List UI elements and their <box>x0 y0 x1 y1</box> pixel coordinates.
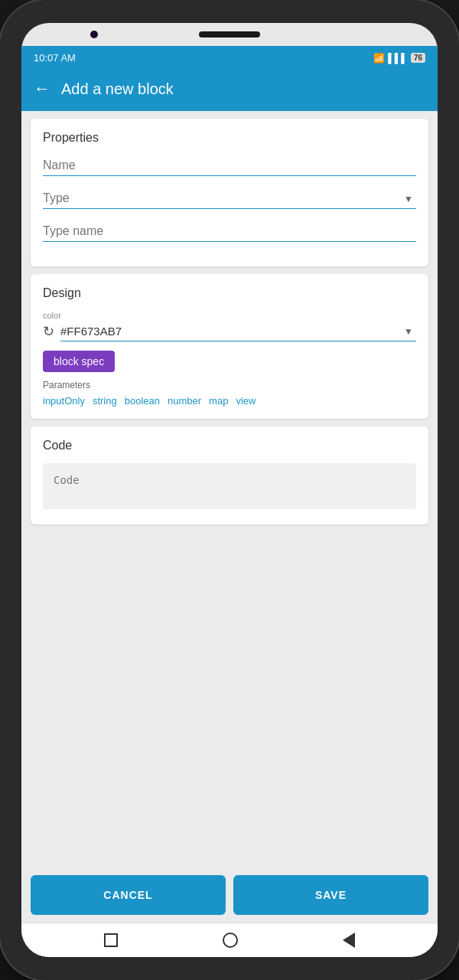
properties-card: Properties ▼ <box>31 119 428 266</box>
param-map[interactable]: map <box>209 395 228 407</box>
block-spec-badge[interactable]: block spec <box>43 351 115 372</box>
app-bar-title: Add a new block <box>61 80 174 98</box>
code-title: Code <box>43 439 416 452</box>
bottom-nav <box>21 923 438 957</box>
action-buttons: CANCEL SAVE <box>21 867 438 923</box>
save-button[interactable]: SAVE <box>233 875 428 915</box>
type-input[interactable] <box>43 188 416 209</box>
cancel-button[interactable]: CANCEL <box>31 875 226 915</box>
phone-screen: 10:07 AM 📶 ▌▌▌ 76 ← Add a new block Prop… <box>21 23 438 957</box>
phone-notch <box>21 23 438 46</box>
battery-badge: 76 <box>411 53 425 63</box>
parameters-label: Parameters <box>43 380 416 390</box>
color-label: color <box>43 311 416 320</box>
color-section: color ↻ ▼ <box>43 311 416 341</box>
type-name-input[interactable] <box>43 221 416 242</box>
refresh-icon[interactable]: ↻ <box>43 323 54 340</box>
back-button[interactable]: ← <box>34 79 50 99</box>
design-title: Design <box>43 286 416 300</box>
type-name-field-group <box>43 221 416 242</box>
status-time: 10:07 AM <box>34 52 76 64</box>
phone-frame: 10:07 AM 📶 ▌▌▌ 76 ← Add a new block Prop… <box>0 0 459 980</box>
wifi-icon: 📶 <box>373 53 385 64</box>
param-inputOnly[interactable]: inputOnly <box>43 395 85 407</box>
camera-dot <box>90 31 98 38</box>
nav-square-button[interactable] <box>104 933 118 947</box>
color-input-wrapper: ▼ <box>60 322 416 341</box>
code-input[interactable] <box>43 463 416 509</box>
signal-icon: ▌▌▌ <box>388 53 408 64</box>
color-row: ↻ ▼ <box>43 322 416 341</box>
app-bar: ← Add a new block <box>21 68 438 111</box>
param-view[interactable]: view <box>236 395 256 407</box>
nav-home-button[interactable] <box>223 933 238 948</box>
type-select-wrapper: ▼ <box>43 188 416 209</box>
parameters-row: inputOnly string boolean number map view <box>43 395 416 407</box>
param-boolean[interactable]: boolean <box>125 395 160 407</box>
speaker-slot <box>199 31 260 38</box>
nav-back-button[interactable] <box>343 933 355 948</box>
properties-title: Properties <box>43 131 416 145</box>
status-icons: 📶 ▌▌▌ 76 <box>373 53 425 64</box>
type-field-group: ▼ <box>43 188 416 209</box>
design-card: Design color ↻ ▼ block spec Parameters i… <box>31 274 428 419</box>
bottom-spacer <box>31 532 428 860</box>
status-bar: 10:07 AM 📶 ▌▌▌ 76 <box>21 46 438 68</box>
color-input[interactable] <box>60 322 416 341</box>
name-input[interactable] <box>43 155 416 176</box>
name-field-group <box>43 155 416 176</box>
code-card: Code <box>31 426 428 524</box>
param-string[interactable]: string <box>93 395 117 407</box>
content-area: Properties ▼ Design colo <box>21 111 438 867</box>
param-number[interactable]: number <box>168 395 201 407</box>
